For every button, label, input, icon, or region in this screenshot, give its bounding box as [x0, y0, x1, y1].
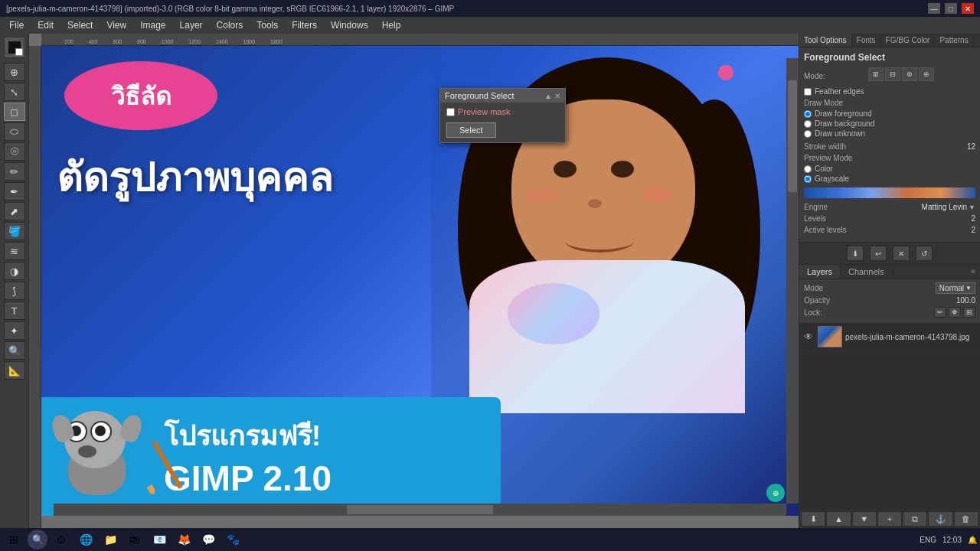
tool-pencil[interactable]: ✏: [4, 162, 25, 181]
menu-edit[interactable]: Edit: [31, 18, 60, 32]
mode-dropdown[interactable]: Normal ▼: [936, 282, 975, 294]
tool-text[interactable]: T: [4, 302, 25, 320]
layer-visibility-icon[interactable]: 👁: [802, 331, 815, 342]
taskbar-firefox[interactable]: 🦊: [173, 530, 194, 549]
horizontal-scrollbar[interactable]: [54, 504, 786, 516]
layers-panel-menu[interactable]: ≡: [966, 265, 980, 279]
panel-icon-delete[interactable]: ✕: [893, 246, 910, 261]
canvas-nav-circle[interactable]: ⊕: [766, 484, 785, 502]
v-scroll-thumb[interactable]: [788, 80, 797, 192]
mode-btn-3[interactable]: ⊗: [902, 67, 917, 81]
taskbar-mail[interactable]: 📧: [149, 530, 170, 549]
taskbar-explorer[interactable]: 📁: [100, 530, 121, 549]
draw-unknown-radio[interactable]: [804, 130, 812, 138]
minimize-button[interactable]: —: [928, 3, 940, 14]
panel-icon-refresh[interactable]: ↩: [870, 246, 887, 261]
tool-smudge[interactable]: ≋: [4, 242, 25, 260]
dialog-content: Preview mask Select: [440, 103, 565, 142]
close-button[interactable]: ✕: [962, 3, 974, 14]
feather-edges-checkbox[interactable]: [804, 88, 812, 96]
panel-icon-down[interactable]: ⬇: [847, 246, 864, 261]
layers-btn-lower[interactable]: ▼: [852, 511, 877, 527]
preview-mask-checkbox[interactable]: [446, 108, 455, 116]
taskbar-task-view[interactable]: ⊙: [51, 530, 72, 549]
taskbar-notification[interactable]: 🔔: [968, 536, 977, 544]
tab-fonts[interactable]: Fonts: [852, 34, 881, 47]
vertical-scrollbar[interactable]: [786, 58, 799, 504]
preview-color-row: Color: [804, 165, 975, 173]
mode-btn-2[interactable]: ⊟: [885, 67, 900, 81]
lock-position-btn[interactable]: ✥: [949, 307, 961, 318]
tool-clone[interactable]: ⬈: [4, 202, 25, 220]
tool-paths[interactable]: ✦: [4, 321, 25, 340]
tool-dodge-burn[interactable]: ◑: [4, 262, 25, 280]
tool-curves[interactable]: ⟆: [4, 282, 25, 300]
menu-file[interactable]: File: [3, 18, 30, 32]
taskbar-search[interactable]: 🔍: [28, 530, 47, 549]
tool-bucket-fill[interactable]: 🪣: [4, 222, 25, 240]
tool-color-foreground[interactable]: [4, 37, 25, 58]
taskbar-start[interactable]: ⊞: [3, 530, 24, 549]
tab-fg-bg-color[interactable]: FG/BG Color: [881, 34, 936, 47]
image-content: วิธีลัด ตัดรูปภาพบุคคล: [41, 46, 799, 516]
menu-layer[interactable]: Layer: [174, 18, 209, 32]
tab-tool-options[interactable]: Tool Options: [799, 34, 852, 47]
preview-color-radio[interactable]: [804, 165, 812, 173]
tab-layers[interactable]: Layers: [799, 265, 841, 279]
taskbar-gimp[interactable]: 🐾: [222, 530, 243, 549]
dialog-close-icon[interactable]: ✕: [554, 92, 560, 100]
layer-item[interactable]: 👁 pexels-julia-m-cameron-4143798.jpg: [799, 324, 980, 350]
draw-foreground-radio[interactable]: [804, 110, 812, 118]
taskbar-line[interactable]: 💬: [198, 530, 219, 549]
preview-color-label: Color: [815, 165, 833, 173]
select-button[interactable]: Select: [446, 122, 496, 138]
layer-thumb-image: [818, 327, 841, 347]
tool-rect-select[interactable]: ◻: [4, 103, 25, 121]
layers-btn-delete[interactable]: 🗑: [954, 511, 978, 527]
taskbar-store[interactable]: 🛍: [124, 530, 145, 549]
layers-btn-raise[interactable]: ▲: [826, 511, 851, 527]
mode-btn-1[interactable]: ⊞: [868, 67, 884, 81]
layers-btn-copy[interactable]: ⧉: [903, 511, 927, 527]
panel-icon-undo[interactable]: ↺: [916, 246, 933, 261]
layers-btn-anchor[interactable]: ⚓: [928, 511, 952, 527]
tool-zoom[interactable]: 🔍: [4, 341, 25, 360]
opacity-label: Opacity: [804, 296, 956, 305]
menu-image[interactable]: Image: [134, 18, 172, 32]
tool-move[interactable]: ⊕: [4, 63, 25, 81]
canvas-area[interactable]: 200 400 600 800 1000 1200 1400 1600 1800…: [29, 34, 799, 528]
layers-btn-new-from-visible[interactable]: ⬇: [801, 511, 825, 527]
layers-btn-new[interactable]: +: [877, 511, 902, 527]
tool-ellipse-select[interactable]: ⬭: [4, 122, 25, 141]
tool-measure[interactable]: 📐: [4, 361, 25, 380]
preview-grayscale-radio[interactable]: [804, 175, 812, 183]
h-scroll-thumb[interactable]: [347, 505, 493, 514]
menu-tools[interactable]: Tools: [250, 18, 284, 32]
menu-filters[interactable]: Filters: [286, 18, 323, 32]
toolbox: ⊕ ⤡ ◻ ⬭ ⦾ ✏ ✒ ⬈ 🪣 ≋ ◑ ⟆ T ✦ 🔍 📐: [0, 34, 29, 528]
taskbar-edge[interactable]: 🌐: [75, 530, 96, 549]
draw-background-radio[interactable]: [804, 120, 812, 128]
lock-pixels-btn[interactable]: ✏: [934, 307, 946, 318]
right-panel: Tool Options Fonts FG/BG Color Patterns …: [799, 34, 980, 528]
lock-alpha-btn[interactable]: ⊞: [963, 307, 975, 318]
menu-colors[interactable]: Colors: [211, 18, 250, 32]
pink-oval-badge: วิธีลัด: [64, 61, 217, 130]
tool-free-select[interactable]: ⦾: [4, 142, 25, 161]
tool-paintbrush[interactable]: ✒: [4, 182, 25, 201]
mode-btn-4[interactable]: ⊕: [919, 67, 934, 81]
menu-select[interactable]: Select: [61, 18, 99, 32]
tool-scale[interactable]: ⤡: [4, 83, 25, 101]
mode-label: Mode:: [804, 72, 865, 80]
menu-help[interactable]: Help: [376, 18, 407, 32]
image-canvas[interactable]: วิธีลัด ตัดรูปภาพบุคคล: [41, 46, 799, 516]
menu-view[interactable]: View: [100, 18, 132, 32]
maximize-button[interactable]: □: [945, 3, 957, 14]
dialog-title-bar[interactable]: Foreground Select ▲ ✕: [440, 89, 565, 103]
foreground-select-dialog[interactable]: Foreground Select ▲ ✕ Preview mask Selec…: [439, 88, 566, 143]
engine-dropdown-icon[interactable]: ▼: [969, 204, 975, 211]
tab-patterns[interactable]: Patterns: [935, 34, 973, 47]
menu-windows[interactable]: Windows: [325, 18, 374, 32]
dialog-up-icon[interactable]: ▲: [544, 92, 552, 100]
tab-channels[interactable]: Channels: [841, 265, 892, 279]
